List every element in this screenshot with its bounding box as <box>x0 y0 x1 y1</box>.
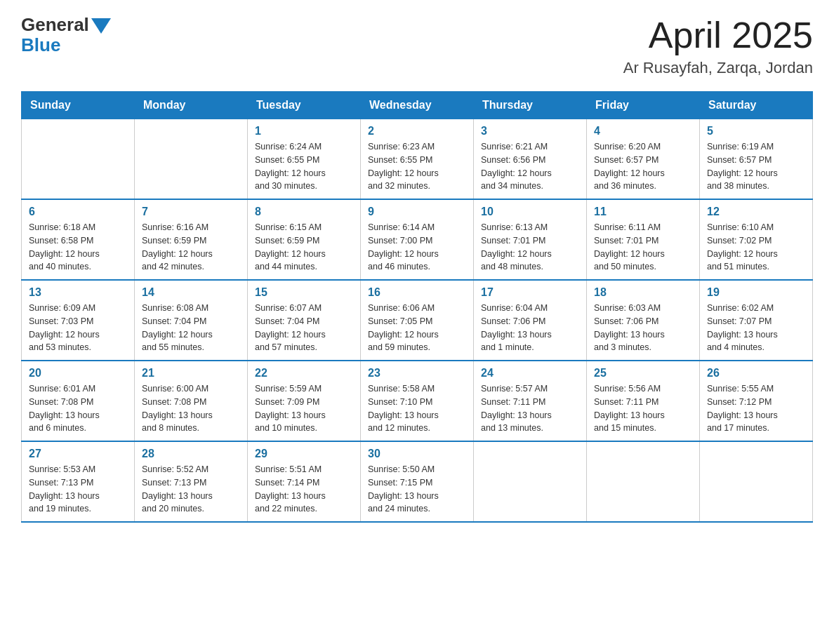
calendar-cell: 13Sunrise: 6:09 AM Sunset: 7:03 PM Dayli… <box>22 280 135 361</box>
calendar-header-monday: Monday <box>135 92 248 119</box>
page-header: General Blue April 2025 Ar Rusayfah, Zar… <box>21 14 813 77</box>
logo-blue-text: Blue <box>21 34 60 56</box>
day-number: 17 <box>481 286 579 299</box>
day-info: Sunrise: 6:21 AM Sunset: 6:56 PM Dayligh… <box>481 140 579 193</box>
calendar-cell: 1Sunrise: 6:24 AM Sunset: 6:55 PM Daylig… <box>248 119 361 200</box>
day-info: Sunrise: 5:59 AM Sunset: 7:09 PM Dayligh… <box>255 382 353 435</box>
calendar-cell: 26Sunrise: 5:55 AM Sunset: 7:12 PM Dayli… <box>700 361 813 441</box>
day-info: Sunrise: 6:09 AM Sunset: 7:03 PM Dayligh… <box>29 302 127 354</box>
day-info: Sunrise: 5:55 AM Sunset: 7:12 PM Dayligh… <box>707 382 805 435</box>
calendar-cell: 9Sunrise: 6:14 AM Sunset: 7:00 PM Daylig… <box>361 199 474 280</box>
calendar-cell: 4Sunrise: 6:20 AM Sunset: 6:57 PM Daylig… <box>587 119 700 200</box>
title-block: April 2025 Ar Rusayfah, Zarqa, Jordan <box>623 14 813 77</box>
day-info: Sunrise: 5:53 AM Sunset: 7:13 PM Dayligh… <box>29 463 127 516</box>
calendar-header-wednesday: Wednesday <box>361 92 474 119</box>
day-number: 29 <box>255 448 353 460</box>
calendar-header-thursday: Thursday <box>474 92 587 119</box>
calendar-cell: 28Sunrise: 5:52 AM Sunset: 7:13 PM Dayli… <box>135 441 248 522</box>
day-info: Sunrise: 5:56 AM Sunset: 7:11 PM Dayligh… <box>594 382 692 435</box>
day-number: 11 <box>594 206 692 218</box>
calendar-cell: 14Sunrise: 6:08 AM Sunset: 7:04 PM Dayli… <box>135 280 248 361</box>
calendar-cell: 2Sunrise: 6:23 AM Sunset: 6:55 PM Daylig… <box>361 119 474 200</box>
calendar-cell: 21Sunrise: 6:00 AM Sunset: 7:08 PM Dayli… <box>135 361 248 441</box>
day-number: 23 <box>368 367 466 380</box>
calendar-cell: 16Sunrise: 6:06 AM Sunset: 7:05 PM Dayli… <box>361 280 474 361</box>
day-info: Sunrise: 5:52 AM Sunset: 7:13 PM Dayligh… <box>142 463 240 516</box>
calendar-header-friday: Friday <box>587 92 700 119</box>
day-info: Sunrise: 6:08 AM Sunset: 7:04 PM Dayligh… <box>142 302 240 354</box>
page-title: April 2025 <box>623 14 813 56</box>
calendar-week-row: 20Sunrise: 6:01 AM Sunset: 7:08 PM Dayli… <box>22 361 813 441</box>
day-number: 28 <box>142 448 240 460</box>
calendar-cell: 23Sunrise: 5:58 AM Sunset: 7:10 PM Dayli… <box>361 361 474 441</box>
calendar-week-row: 13Sunrise: 6:09 AM Sunset: 7:03 PM Dayli… <box>22 280 813 361</box>
day-info: Sunrise: 6:24 AM Sunset: 6:55 PM Dayligh… <box>255 140 353 193</box>
calendar-cell: 15Sunrise: 6:07 AM Sunset: 7:04 PM Dayli… <box>248 280 361 361</box>
day-number: 2 <box>368 125 466 137</box>
day-number: 5 <box>707 125 805 137</box>
calendar-cell: 30Sunrise: 5:50 AM Sunset: 7:15 PM Dayli… <box>361 441 474 522</box>
calendar-cell <box>22 119 135 200</box>
day-number: 20 <box>29 367 127 380</box>
calendar-cell: 18Sunrise: 6:03 AM Sunset: 7:06 PM Dayli… <box>587 280 700 361</box>
calendar-cell: 12Sunrise: 6:10 AM Sunset: 7:02 PM Dayli… <box>700 199 813 280</box>
day-info: Sunrise: 6:07 AM Sunset: 7:04 PM Dayligh… <box>255 302 353 354</box>
day-number: 14 <box>142 286 240 299</box>
day-info: Sunrise: 5:57 AM Sunset: 7:11 PM Dayligh… <box>481 382 579 435</box>
day-number: 18 <box>594 286 692 299</box>
calendar-week-row: 6Sunrise: 6:18 AM Sunset: 6:58 PM Daylig… <box>22 199 813 280</box>
day-number: 30 <box>368 448 466 460</box>
calendar-cell: 6Sunrise: 6:18 AM Sunset: 6:58 PM Daylig… <box>22 199 135 280</box>
calendar-cell: 29Sunrise: 5:51 AM Sunset: 7:14 PM Dayli… <box>248 441 361 522</box>
calendar-header-row: SundayMondayTuesdayWednesdayThursdayFrid… <box>22 92 813 119</box>
location-title: Ar Rusayfah, Zarqa, Jordan <box>623 59 813 77</box>
day-number: 7 <box>142 206 240 218</box>
day-info: Sunrise: 5:50 AM Sunset: 7:15 PM Dayligh… <box>368 463 466 516</box>
day-info: Sunrise: 6:04 AM Sunset: 7:06 PM Dayligh… <box>481 302 579 354</box>
day-number: 1 <box>255 125 353 137</box>
day-number: 27 <box>29 448 127 460</box>
logo: General Blue <box>21 14 111 56</box>
calendar-cell <box>587 441 700 522</box>
day-number: 22 <box>255 367 353 380</box>
day-number: 16 <box>368 286 466 299</box>
calendar-cell: 11Sunrise: 6:11 AM Sunset: 7:01 PM Dayli… <box>587 199 700 280</box>
day-number: 8 <box>255 206 353 218</box>
day-number: 12 <box>707 206 805 218</box>
calendar-table: SundayMondayTuesdayWednesdayThursdayFrid… <box>21 91 813 523</box>
day-number: 13 <box>29 286 127 299</box>
day-info: Sunrise: 6:00 AM Sunset: 7:08 PM Dayligh… <box>142 382 240 435</box>
day-number: 3 <box>481 125 579 137</box>
calendar-week-row: 27Sunrise: 5:53 AM Sunset: 7:13 PM Dayli… <box>22 441 813 522</box>
calendar-cell <box>135 119 248 200</box>
day-info: Sunrise: 6:16 AM Sunset: 6:59 PM Dayligh… <box>142 221 240 274</box>
day-info: Sunrise: 5:51 AM Sunset: 7:14 PM Dayligh… <box>255 463 353 516</box>
calendar-cell: 24Sunrise: 5:57 AM Sunset: 7:11 PM Dayli… <box>474 361 587 441</box>
day-number: 25 <box>594 367 692 380</box>
calendar-header-sunday: Sunday <box>22 92 135 119</box>
day-number: 10 <box>481 206 579 218</box>
day-info: Sunrise: 6:19 AM Sunset: 6:57 PM Dayligh… <box>707 140 805 193</box>
calendar-cell: 3Sunrise: 6:21 AM Sunset: 6:56 PM Daylig… <box>474 119 587 200</box>
day-info: Sunrise: 5:58 AM Sunset: 7:10 PM Dayligh… <box>368 382 466 435</box>
day-number: 26 <box>707 367 805 380</box>
day-info: Sunrise: 6:06 AM Sunset: 7:05 PM Dayligh… <box>368 302 466 354</box>
day-number: 24 <box>481 367 579 380</box>
day-info: Sunrise: 6:13 AM Sunset: 7:01 PM Dayligh… <box>481 221 579 274</box>
calendar-cell: 17Sunrise: 6:04 AM Sunset: 7:06 PM Dayli… <box>474 280 587 361</box>
day-number: 4 <box>594 125 692 137</box>
day-number: 9 <box>368 206 466 218</box>
logo-general-text: General <box>21 14 89 36</box>
day-info: Sunrise: 6:01 AM Sunset: 7:08 PM Dayligh… <box>29 382 127 435</box>
day-info: Sunrise: 6:10 AM Sunset: 7:02 PM Dayligh… <box>707 221 805 274</box>
calendar-week-row: 1Sunrise: 6:24 AM Sunset: 6:55 PM Daylig… <box>22 119 813 200</box>
day-number: 19 <box>707 286 805 299</box>
calendar-cell: 25Sunrise: 5:56 AM Sunset: 7:11 PM Dayli… <box>587 361 700 441</box>
day-info: Sunrise: 6:02 AM Sunset: 7:07 PM Dayligh… <box>707 302 805 354</box>
calendar-cell <box>700 441 813 522</box>
calendar-cell: 19Sunrise: 6:02 AM Sunset: 7:07 PM Dayli… <box>700 280 813 361</box>
day-info: Sunrise: 6:23 AM Sunset: 6:55 PM Dayligh… <box>368 140 466 193</box>
calendar-cell: 27Sunrise: 5:53 AM Sunset: 7:13 PM Dayli… <box>22 441 135 522</box>
day-info: Sunrise: 6:15 AM Sunset: 6:59 PM Dayligh… <box>255 221 353 274</box>
calendar-cell: 8Sunrise: 6:15 AM Sunset: 6:59 PM Daylig… <box>248 199 361 280</box>
